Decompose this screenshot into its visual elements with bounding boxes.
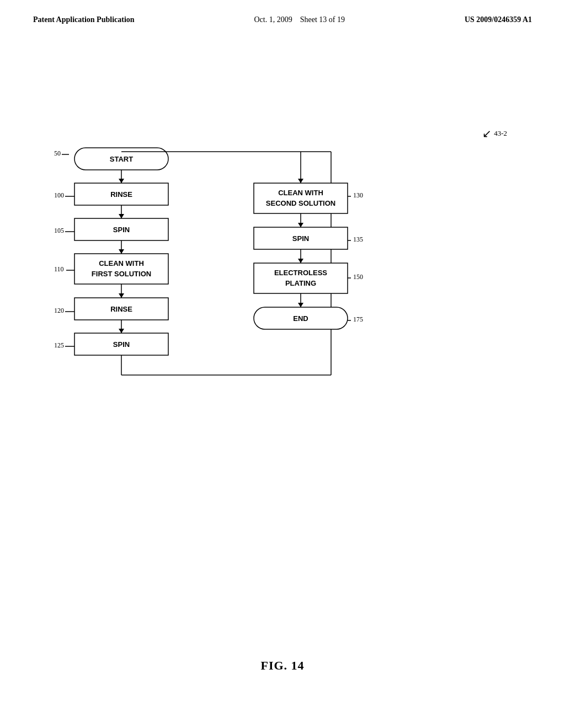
flowchart-svg: 50 START 100 RINSE 105 SPIN 110 CLEAN WI… — [0, 66, 565, 563]
end-label: END — [293, 314, 308, 323]
header-publication-label: Patent Application Publication — [33, 15, 135, 24]
svg-marker-5 — [119, 214, 124, 218]
svg-marker-2 — [119, 179, 124, 183]
ref-130: 130 — [353, 191, 363, 199]
header-date: Oct. 1, 2009 — [254, 15, 292, 24]
spin2-label: SPIN — [113, 340, 130, 349]
ref-120: 120 — [54, 307, 64, 314]
svg-marker-27 — [298, 259, 303, 263]
svg-marker-8 — [119, 249, 124, 254]
ref-110: 110 — [54, 265, 64, 273]
spin3-label: SPIN — [292, 234, 309, 243]
rinse1-label: RINSE — [110, 190, 132, 199]
diagram-ref-label: 43-2 — [494, 129, 507, 138]
ref-135: 135 — [353, 235, 363, 243]
ref-50: 50 — [54, 149, 61, 157]
diagram-label: ↙ 43-2 — [482, 127, 507, 140]
clean2-line2: SECOND SOLUTION — [266, 199, 335, 207]
figure-caption: FIG. 14 — [260, 659, 304, 673]
header: Patent Application Publication Oct. 1, 2… — [0, 0, 565, 24]
rinse2-label: RINSE — [110, 305, 132, 313]
clean2-line1: CLEAN WITH — [278, 189, 323, 197]
spin1-label: SPIN — [113, 226, 130, 234]
header-patent-number: US 2009/0246359 A1 — [465, 15, 532, 24]
electroless-line2: PLATING — [285, 279, 316, 287]
ref-125: 125 — [54, 341, 64, 349]
clean2-box — [254, 183, 348, 213]
clean1-line2: FIRST SOLUTION — [92, 270, 151, 278]
spin2-box — [74, 333, 168, 355]
svg-marker-30 — [298, 303, 303, 307]
start-label: START — [110, 155, 133, 163]
header-sheet: Sheet 13 of 19 — [300, 15, 345, 24]
header-center: Oct. 1, 2009 Sheet 13 of 19 — [254, 15, 344, 24]
electroless-line1: ELECTROLESS — [274, 269, 327, 277]
spin3-box — [254, 227, 348, 249]
ref-100: 100 — [54, 191, 64, 199]
svg-marker-14 — [119, 329, 124, 333]
start-box — [74, 148, 168, 170]
rinse2-box — [74, 298, 168, 320]
clean1-line1: CLEAN WITH — [99, 259, 144, 267]
clean1-box — [74, 254, 168, 284]
spin1-box — [74, 218, 168, 240]
rinse1-box — [74, 183, 168, 205]
electroless-box — [254, 263, 348, 293]
end-box — [254, 307, 348, 329]
svg-marker-24 — [298, 223, 303, 227]
svg-marker-11 — [119, 293, 124, 298]
ref-175: 175 — [353, 315, 363, 323]
ref-105: 105 — [54, 227, 64, 234]
ref-150: 150 — [353, 273, 363, 281]
svg-marker-20 — [298, 179, 303, 183]
arrow-icon: ↙ — [482, 127, 492, 140]
